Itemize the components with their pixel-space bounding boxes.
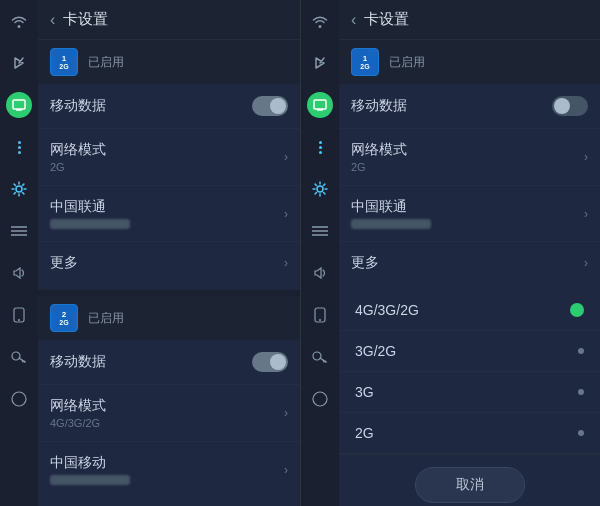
right-network-mode-row[interactable]: 网络模式 2G › [339, 129, 600, 186]
left-sim2-carrier-label: 中国移动 [50, 454, 130, 472]
right-sidebar-bluetooth-icon[interactable] [307, 50, 333, 76]
left-carrier-chevron: › [284, 207, 288, 221]
right-carrier-row[interactable]: 中国联通 › [339, 186, 600, 242]
network-option-2[interactable]: 3G [339, 372, 600, 413]
sidebar-bluetooth-icon[interactable] [6, 50, 32, 76]
right-more-label: 更多 [351, 254, 379, 272]
svg-point-21 [313, 392, 327, 406]
cancel-button[interactable]: 取消 [415, 467, 525, 503]
left-mobile-data-label: 移动数据 [50, 97, 106, 115]
right-sidebar [301, 0, 339, 506]
left-sim2-network-mode-sub: 4G/3G/2G [50, 417, 106, 429]
sidebar-info-icon[interactable] [6, 386, 32, 412]
right-header: ‹ 卡设置 [339, 0, 600, 40]
right-network-mode-chevron: › [584, 150, 588, 164]
svg-point-3 [16, 186, 22, 192]
right-back-button[interactable]: ‹ [351, 11, 356, 29]
svg-point-19 [319, 319, 321, 321]
left-sim1-enabled: 已启用 [88, 54, 124, 71]
left-sim2-mobile-data-row[interactable]: 移动数据 [38, 340, 300, 385]
left-carrier-row[interactable]: 中国联通 › [38, 186, 300, 242]
left-sim2-network-mode-label: 网络模式 [50, 397, 106, 415]
left-page-title: 卡设置 [63, 10, 108, 29]
right-sidebar-display-icon[interactable] [307, 92, 333, 118]
left-sidebar [0, 0, 38, 506]
left-sim2-carrier-chevron: › [284, 463, 288, 477]
right-network-mode-label: 网络模式 [351, 141, 407, 159]
sidebar-phone-icon[interactable] [6, 302, 32, 328]
right-more-chevron: › [584, 256, 588, 270]
left-sim2-enabled: 已启用 [88, 310, 124, 327]
right-sidebar-list-icon[interactable] [307, 218, 333, 244]
cancel-bar: 取消 [339, 454, 600, 506]
right-sidebar-info-icon[interactable] [307, 386, 333, 412]
left-sim2-network-mode-chevron: › [284, 406, 288, 420]
svg-rect-11 [314, 100, 326, 109]
network-option-3[interactable]: 2G [339, 413, 600, 454]
left-sim1-section: 1 2G 已启用 移动数据 [38, 40, 300, 284]
sidebar-settings-icon[interactable] [6, 176, 32, 202]
left-back-button[interactable]: ‹ [50, 11, 55, 29]
right-sidebar-phone-icon[interactable] [307, 302, 333, 328]
right-sidebar-volume-icon[interactable] [307, 260, 333, 286]
right-sim1-header: 1 2G 已启用 [339, 40, 600, 84]
left-mobile-data-toggle[interactable] [252, 96, 288, 116]
left-sim1-header: 1 2G 已启用 [38, 40, 300, 84]
left-main: ‹ 卡设置 1 2G 已启用 移动数据 [38, 0, 300, 506]
right-sim1-enabled: 已启用 [389, 54, 425, 71]
network-option-0-radio [570, 303, 584, 317]
right-panel: ‹ 卡设置 1 2G 已启用 移动数据 [300, 0, 600, 506]
left-network-mode-chevron: › [284, 150, 288, 164]
sidebar-key-icon[interactable] [6, 344, 32, 370]
sidebar-list-icon[interactable] [6, 218, 32, 244]
left-network-mode-row[interactable]: 网络模式 2G › [38, 129, 300, 186]
left-carrier-sub [50, 219, 130, 229]
right-carrier-sub [351, 219, 431, 229]
right-carrier-chevron: › [584, 207, 588, 221]
left-mobile-data-row[interactable]: 移动数据 [38, 84, 300, 129]
left-more-chevron: › [284, 256, 288, 270]
left-sim2-carrier-row[interactable]: 中国移动 › [38, 442, 300, 497]
network-option-3-radio [578, 430, 584, 436]
sidebar-wifi-icon[interactable] [6, 8, 32, 34]
network-option-1-radio [578, 348, 584, 354]
left-sim2-badge: 2 2G [50, 304, 78, 332]
svg-point-8 [18, 319, 20, 321]
sidebar-volume-icon[interactable] [6, 260, 32, 286]
svg-rect-0 [13, 100, 25, 109]
right-network-mode-sub: 2G [351, 161, 407, 173]
right-main: ‹ 卡设置 1 2G 已启用 移动数据 [339, 0, 600, 506]
sidebar-display-icon[interactable] [6, 92, 32, 118]
svg-point-20 [313, 352, 321, 360]
left-sim2-mobile-data-toggle[interactable] [252, 352, 288, 372]
left-header: ‹ 卡设置 [38, 0, 300, 40]
svg-point-10 [12, 392, 26, 406]
right-more-row[interactable]: 更多 › [339, 242, 600, 284]
right-mobile-data-label: 移动数据 [351, 97, 407, 115]
left-carrier-label: 中国联通 [50, 198, 130, 216]
network-options-list: 4G/3G/2G 3G/2G 3G 2G [339, 290, 600, 454]
right-sidebar-settings-icon[interactable] [307, 176, 333, 202]
network-option-1[interactable]: 3G/2G [339, 331, 600, 372]
left-sim2-header: 2 2G 已启用 [38, 296, 300, 340]
right-page-title: 卡设置 [364, 10, 409, 29]
left-more-label: 更多 [50, 254, 78, 272]
left-network-mode-label: 网络模式 [50, 141, 106, 159]
right-sidebar-wifi-icon[interactable] [307, 8, 333, 34]
left-content: 1 2G 已启用 移动数据 [38, 40, 300, 506]
left-panel: ‹ 卡设置 1 2G 已启用 移动数据 [0, 0, 300, 506]
sidebar-dots-icon[interactable] [6, 134, 32, 160]
left-sim2-network-mode-row[interactable]: 网络模式 4G/3G/2G › [38, 385, 300, 442]
svg-point-9 [12, 352, 20, 360]
right-sidebar-key-icon[interactable] [307, 344, 333, 370]
left-sim2-section: 2 2G 已启用 移动数据 [38, 296, 300, 497]
right-sidebar-dots-icon[interactable] [307, 134, 333, 160]
network-option-0[interactable]: 4G/3G/2G [339, 290, 600, 331]
left-sim2-carrier-sub [50, 475, 130, 485]
right-mobile-data-toggle[interactable] [552, 96, 588, 116]
right-mobile-data-row[interactable]: 移动数据 [339, 84, 600, 129]
right-sim1-badge: 1 2G [351, 48, 379, 76]
network-option-2-radio [578, 389, 584, 395]
left-more-row[interactable]: 更多 › [38, 242, 300, 284]
left-sim2-mobile-data-label: 移动数据 [50, 353, 106, 371]
